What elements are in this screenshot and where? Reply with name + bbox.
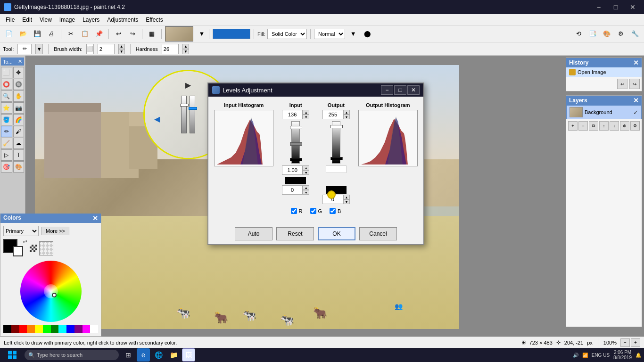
search-bar[interactable]: 🔍 Type here to search xyxy=(25,350,119,360)
checkbox-g[interactable] xyxy=(310,208,316,214)
input-black-up[interactable]: ▲ xyxy=(303,185,309,190)
check-r[interactable]: R xyxy=(291,208,303,214)
close-button[interactable]: ✕ xyxy=(625,0,640,14)
taskbar-edge[interactable]: e xyxy=(137,348,150,362)
zoom-out-btn[interactable]: − xyxy=(620,338,630,347)
levels-dialog[interactable]: Levels Adjustment − □ ✕ Input Histogram … xyxy=(207,82,424,245)
palette-orange[interactable] xyxy=(27,325,35,333)
layer-merge-btn[interactable]: ⊕ xyxy=(620,121,629,131)
input-white-up[interactable]: ▲ xyxy=(303,110,309,115)
brush-width-up[interactable]: ▲ xyxy=(118,44,125,49)
taskbar-taskview[interactable]: ⊞ xyxy=(122,348,135,362)
maximize-button[interactable]: □ xyxy=(608,0,623,14)
palette-black[interactable] xyxy=(3,325,11,333)
hardness-up[interactable]: ▲ xyxy=(182,44,189,49)
tool-eraser[interactable]: 🧹 xyxy=(1,138,12,149)
layers-close[interactable]: ✕ xyxy=(633,97,639,104)
layer-down-btn[interactable]: ↓ xyxy=(610,121,619,131)
checkbox-r[interactable] xyxy=(291,208,297,214)
toolbar-opacity[interactable]: ⬤ xyxy=(361,28,373,40)
check-b[interactable]: B xyxy=(330,208,341,214)
check-g[interactable]: G xyxy=(310,208,322,214)
menu-view[interactable]: View xyxy=(36,16,56,24)
layer-up-btn[interactable]: ↑ xyxy=(599,121,609,131)
palette-red[interactable] xyxy=(19,325,27,333)
dialog-close[interactable]: ✕ xyxy=(407,85,420,95)
input-white-down[interactable]: ▼ xyxy=(303,115,309,119)
tool-zoom[interactable]: 🔍 xyxy=(1,90,12,102)
menu-layers[interactable]: Layers xyxy=(79,16,103,24)
menu-effects[interactable]: Effects xyxy=(142,16,166,24)
input-black-down[interactable]: ▼ xyxy=(303,190,309,195)
output-black-down[interactable]: ▼ xyxy=(343,199,350,204)
output-white-down[interactable]: ▼ xyxy=(343,115,350,119)
layer-dup-btn[interactable]: ⧉ xyxy=(589,121,598,131)
output-gradient-slider[interactable] xyxy=(332,121,340,164)
palette-purple[interactable] xyxy=(74,325,83,333)
checkbox-b[interactable] xyxy=(330,208,336,214)
tool-shapes[interactable]: ▷ xyxy=(1,149,12,161)
history-item-open-image[interactable]: Open Image xyxy=(566,67,642,77)
tool-recolor[interactable]: 🎨 xyxy=(13,161,25,173)
layer-add-btn[interactable]: + xyxy=(568,121,578,131)
history-redo-btn[interactable]: ↪ xyxy=(629,79,640,89)
tool-pixel-art[interactable]: 🎯 xyxy=(1,161,12,173)
toolbar-copy[interactable]: 📋 xyxy=(79,28,91,40)
gamma-input[interactable] xyxy=(282,165,303,175)
layer-visibility-check[interactable]: ✓ xyxy=(633,109,638,116)
auto-button[interactable]: Auto xyxy=(235,227,272,240)
palette-yellow[interactable] xyxy=(35,325,43,333)
tool-selector[interactable]: ✏ xyxy=(17,44,32,54)
swap-colors-btn[interactable]: ⇄ xyxy=(23,239,27,244)
toolbar-history[interactable]: ⟲ xyxy=(572,28,585,40)
layer-item-background[interactable]: Background ✓ xyxy=(566,105,642,119)
tool-magic-wand[interactable]: ⭐ xyxy=(1,102,12,114)
toolbar-save[interactable]: 💾 xyxy=(31,28,43,40)
brush-width-input[interactable] xyxy=(98,44,115,54)
input-gradient-slider[interactable] xyxy=(291,121,300,164)
colors-more-btn[interactable]: More >> xyxy=(41,227,69,235)
tool-pan[interactable]: ✋ xyxy=(13,90,25,102)
menu-image[interactable]: Image xyxy=(56,16,79,24)
palette-darkgreen[interactable] xyxy=(51,325,59,333)
taskbar-notification-icon[interactable]: 🔔 xyxy=(636,353,641,358)
minimize-button[interactable]: − xyxy=(591,0,606,14)
tool-gradient[interactable]: 🌈 xyxy=(13,114,25,125)
menu-file[interactable]: File xyxy=(2,16,18,24)
gamma-up[interactable]: ▲ xyxy=(303,165,309,170)
layer-props-btn[interactable]: ⚙ xyxy=(630,121,640,131)
history-close[interactable]: ✕ xyxy=(633,59,639,66)
tool-paint-bucket[interactable]: 🪣 xyxy=(1,114,12,125)
output-black-handle[interactable] xyxy=(330,157,343,160)
brush-width-down[interactable]: ▼ xyxy=(118,49,125,54)
palette-blue[interactable] xyxy=(66,325,74,333)
transparent-swatch[interactable] xyxy=(39,241,53,255)
fill-color-swatch[interactable] xyxy=(213,29,250,39)
toolbar-settings[interactable]: ⚙ xyxy=(615,28,627,40)
toolbar-colors2[interactable]: 🎨 xyxy=(601,28,613,40)
input-black-input[interactable] xyxy=(282,185,303,195)
tool-dropdown[interactable]: ▼ xyxy=(35,44,43,54)
toolbar-redo[interactable]: ↪ xyxy=(126,28,139,40)
gamma-down[interactable]: ▼ xyxy=(303,170,309,175)
ok-button[interactable]: OK xyxy=(318,227,355,240)
palette-white[interactable] xyxy=(90,325,98,333)
hardness-spinner[interactable]: ▲ ▼ xyxy=(182,44,189,54)
output-black-up[interactable]: ▲ xyxy=(343,195,350,199)
input-white-handle[interactable] xyxy=(290,126,302,129)
toolbar-print[interactable]: 🖨 xyxy=(45,28,58,40)
menu-edit[interactable]: Edit xyxy=(18,16,36,24)
secondary-swatch[interactable] xyxy=(13,246,23,256)
input-white-input[interactable] xyxy=(282,110,303,119)
layer-delete-btn[interactable]: − xyxy=(578,121,588,131)
tool-clone[interactable]: 📷 xyxy=(13,102,25,114)
taskbar-explorer[interactable]: 📁 xyxy=(167,348,180,362)
fill-select[interactable]: Solid Color xyxy=(267,29,307,39)
zoom-in-btn[interactable]: + xyxy=(631,338,640,347)
start-button[interactable] xyxy=(3,348,22,362)
input-mid-handle[interactable] xyxy=(290,142,302,146)
toolbar-layers2[interactable]: 📑 xyxy=(586,28,599,40)
toolbar-paste[interactable]: 📌 xyxy=(93,28,105,40)
input-black-handle[interactable] xyxy=(290,158,302,161)
colors-close[interactable]: ✕ xyxy=(92,214,98,222)
